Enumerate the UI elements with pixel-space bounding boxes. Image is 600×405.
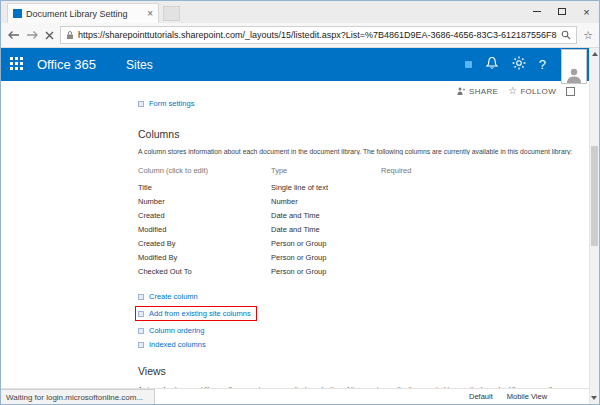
add-from-existing-row: Add from existing site columns <box>138 306 573 321</box>
column-name[interactable]: Number <box>138 194 271 208</box>
columns-table-header: Column (click to edit) Type Required <box>138 164 451 180</box>
column-required <box>381 222 451 236</box>
link-bullet-icon <box>138 342 144 348</box>
suite-bar-icons: ? <box>465 56 546 74</box>
column-type: Number <box>271 194 381 208</box>
minimize-button[interactable] <box>524 1 549 22</box>
sites-label[interactable]: Sites <box>126 58 153 72</box>
form-settings-link[interactable]: Form settings <box>149 99 194 108</box>
help-button[interactable]: ? <box>539 57 546 72</box>
column-name[interactable]: Checked Out To <box>138 264 271 278</box>
stop-icon <box>45 31 54 40</box>
link-bullet-icon <box>138 294 144 300</box>
header-required: Required <box>381 164 451 180</box>
column-name[interactable]: Modified <box>138 222 271 236</box>
follow-button[interactable]: ☆ FOLLOW <box>508 86 556 96</box>
browser-toolbar: https://sharepointtutorials.sharepoint.c… <box>1 23 599 48</box>
scroll-down-icon[interactable] <box>591 396 597 400</box>
office365-brand[interactable]: Office 365 <box>37 57 96 72</box>
stop-button[interactable] <box>45 31 54 40</box>
tab-close-icon[interactable]: × <box>147 9 153 19</box>
columns-table: Column (click to edit) Type Required Tit… <box>138 164 451 278</box>
header-type: Type <box>271 164 381 180</box>
column-required <box>381 264 451 278</box>
status-text: Waiting for login.microsoftonline.com... <box>6 393 143 402</box>
window-controls: × <box>524 1 599 22</box>
column-name[interactable]: Created <box>138 208 271 222</box>
maximize-button[interactable] <box>549 1 574 22</box>
bottom-strip: Default Mobile View Waiting for login.mi… <box>1 388 589 404</box>
focus-on-content-icon[interactable] <box>566 87 575 96</box>
columns-description: A column stores information about each d… <box>138 148 573 155</box>
follow-label: FOLLOW <box>520 87 556 96</box>
table-row: Created Date and Time <box>138 208 451 222</box>
forward-arrow-icon <box>26 30 39 40</box>
maximize-icon <box>558 8 566 15</box>
table-row: Checked Out To Person or Group <box>138 264 451 278</box>
column-type: Person or Group <box>271 264 381 278</box>
column-type: Single line of text <box>271 180 381 194</box>
share-button[interactable]: SHARE <box>457 87 498 96</box>
settings-button[interactable] <box>512 56 526 74</box>
create-column-link[interactable]: Create column <box>149 292 198 301</box>
column-type: Date and Time <box>271 222 381 236</box>
table-row: Modified Date and Time <box>138 222 451 236</box>
views-heading: Views <box>138 365 573 377</box>
indexed-columns-row: Indexed columns <box>138 340 573 349</box>
gear-icon <box>512 56 526 70</box>
link-bullet-icon <box>138 328 144 334</box>
search-icon[interactable] <box>561 30 571 40</box>
address-bar[interactable]: https://sharepointtutorials.sharepoint.c… <box>60 26 577 44</box>
column-type: Person or Group <box>271 250 381 264</box>
favorites-star-icon[interactable]: ☆ <box>583 30 593 41</box>
browser-tab[interactable]: Document Library Setting × <box>7 3 159 23</box>
column-name[interactable]: Title <box>138 180 271 194</box>
column-type: Person or Group <box>271 236 381 250</box>
vertical-scrollbar[interactable] <box>589 48 599 404</box>
forward-button[interactable] <box>26 30 39 40</box>
lock-icon <box>66 30 74 40</box>
link-bullet-icon <box>138 101 144 107</box>
user-avatar[interactable] <box>561 49 587 84</box>
column-name[interactable]: Modified By <box>138 250 271 264</box>
new-tab-button[interactable] <box>163 6 180 21</box>
columns-heading: Columns <box>138 128 573 140</box>
page-actions: SHARE ☆ FOLLOW <box>457 86 575 96</box>
tab-bar: Document Library Setting × × <box>1 1 599 23</box>
table-row: Created By Person or Group <box>138 236 451 250</box>
scrollbar-thumb[interactable] <box>591 146 598 246</box>
column-type: Date and Time <box>271 208 381 222</box>
person-icon <box>565 67 583 83</box>
column-required <box>381 236 451 250</box>
column-name[interactable]: Created By <box>138 236 271 250</box>
column-ordering-link[interactable]: Column ordering <box>149 326 204 335</box>
column-required <box>381 194 451 208</box>
back-button[interactable] <box>7 30 20 40</box>
office365-suite-bar: Office 365 Sites ? <box>1 48 589 81</box>
close-button[interactable]: × <box>574 1 599 22</box>
notification-badge <box>465 61 472 68</box>
column-required <box>381 208 451 222</box>
sharepoint-favicon-icon <box>13 9 22 18</box>
browser-window: Document Library Setting × × https://sha… <box>0 0 600 405</box>
views-table-partial-headers: Default Mobile View <box>469 392 547 401</box>
share-label: SHARE <box>469 87 498 96</box>
bell-icon <box>485 56 499 70</box>
annotation-highlight-box: Add from existing site columns <box>135 306 257 321</box>
column-ordering-row: Column ordering <box>138 326 573 335</box>
scroll-up-icon[interactable] <box>592 52 598 56</box>
add-from-existing-site-columns-link[interactable]: Add from existing site columns <box>149 309 251 318</box>
views-header-mobile: Mobile View <box>507 392 547 401</box>
columns-links: Create column Add from existing site col… <box>138 292 573 349</box>
header-column: Column (click to edit) <box>138 164 271 180</box>
follow-star-icon: ☆ <box>508 86 517 96</box>
app-launcher-icon[interactable] <box>10 57 25 72</box>
indexed-columns-link[interactable]: Indexed columns <box>149 340 206 349</box>
views-header-default: Default <box>469 392 493 401</box>
link-bullet-icon <box>138 311 144 317</box>
column-required <box>381 250 451 264</box>
create-column-row: Create column <box>138 292 573 301</box>
table-row: Number Number <box>138 194 451 208</box>
back-arrow-icon <box>7 30 20 40</box>
notifications-button[interactable] <box>485 56 499 74</box>
